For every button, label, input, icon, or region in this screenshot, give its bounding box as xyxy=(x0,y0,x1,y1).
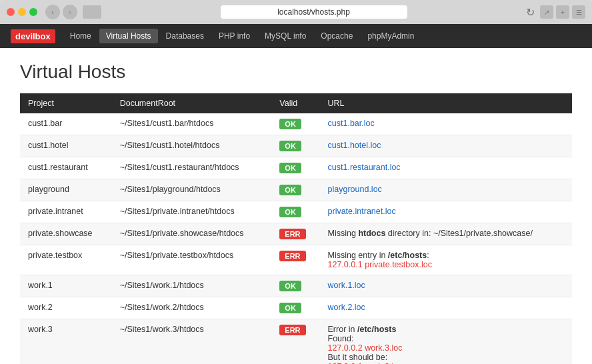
status-badge: OK xyxy=(271,275,319,297)
url-cell: Error in /etc/hosts Found: 127.0.0.2 wor… xyxy=(320,319,572,365)
table-row: cust1.hotel ~/Sites1/cust1.hotel/htdocs … xyxy=(20,135,572,157)
docroot-path: ~/Sites1/private.testbox/htdocs xyxy=(112,245,272,275)
nav-databases[interactable]: Databases xyxy=(159,29,211,43)
nav-phpmyadmin[interactable]: phpMyAdmin xyxy=(361,29,421,43)
nav-mysql-info[interactable]: MySQL info xyxy=(258,29,313,43)
project-name: private.showcase xyxy=(20,223,112,245)
docroot-path: ~/Sites1/playground/htdocs xyxy=(112,179,272,201)
project-name: cust1.bar xyxy=(20,113,112,135)
traffic-lights xyxy=(7,8,37,16)
project-name: work.3 xyxy=(20,319,112,365)
url-link[interactable]: work.2.loc xyxy=(328,303,365,312)
url-link[interactable]: cust1.bar.loc xyxy=(328,119,375,128)
page-content: Virtual Hosts Project DocumentRoot Valid… xyxy=(0,48,592,364)
col-docroot: DocumentRoot xyxy=(112,93,272,113)
url-cell: cust1.restaurant.loc xyxy=(320,157,572,179)
url-link[interactable]: playground.loc xyxy=(328,185,382,194)
new-tab-button[interactable]: + xyxy=(556,5,569,19)
url-cell: private.intranet.loc xyxy=(320,201,572,223)
table-row: private.showcase ~/Sites1/private.showca… xyxy=(20,223,572,245)
url-cell: Missing htdocs directory in: ~/Sites1/pr… xyxy=(320,223,572,245)
url-cell: work.1.loc xyxy=(320,275,572,297)
nav-php-info[interactable]: PHP info xyxy=(212,29,257,43)
docroot-path: ~/Sites1/cust1.hotel/htdocs xyxy=(112,135,272,157)
status-badge: OK xyxy=(271,113,319,135)
maximize-button[interactable] xyxy=(29,8,37,16)
project-name: work.1 xyxy=(20,275,112,297)
vhost-table: Project DocumentRoot Valid URL cust1.bar… xyxy=(20,93,572,364)
status-badge: OK xyxy=(271,157,319,179)
url-cell: Missing entry in /etc/hosts: 127.0.0.1 p… xyxy=(320,245,572,275)
docroot-path: ~/Sites1/private.showcase/htdocs xyxy=(112,223,272,245)
url-cell: cust1.bar.loc xyxy=(320,113,572,135)
status-badge: ERR xyxy=(271,245,319,275)
docroot-path: ~/Sites1/cust1.bar/htdocs xyxy=(112,113,272,135)
close-button[interactable] xyxy=(7,8,15,16)
address-bar[interactable]: localhost/vhosts.php xyxy=(221,5,407,19)
col-valid: Valid xyxy=(271,93,319,113)
col-url: URL xyxy=(320,93,572,113)
col-project: Project xyxy=(20,93,112,113)
page-title: Virtual Hosts xyxy=(20,61,572,83)
minimize-button[interactable] xyxy=(18,8,26,16)
status-badge: ERR xyxy=(271,223,319,245)
nav-links: Home Virtual Hosts Databases PHP info My… xyxy=(63,29,421,43)
table-row: work.1 ~/Sites1/work.1/htdocs OK work.1.… xyxy=(20,275,572,297)
nav-home[interactable]: Home xyxy=(63,29,98,43)
table-row: work.2 ~/Sites1/work.2/htdocs OK work.2.… xyxy=(20,297,572,319)
table-row: playground ~/Sites1/playground/htdocs OK… xyxy=(20,179,572,201)
docroot-path: ~/Sites1/work.1/htdocs xyxy=(112,275,272,297)
sidebar-button[interactable]: ☰ xyxy=(572,5,585,19)
project-name: cust1.restaurant xyxy=(20,157,112,179)
status-badge: ERR xyxy=(271,319,319,365)
status-badge: OK xyxy=(271,297,319,319)
back-button[interactable]: ‹ xyxy=(45,5,60,19)
forward-button[interactable]: › xyxy=(63,5,77,19)
docroot-path: ~/Sites1/work.2/htdocs xyxy=(112,297,272,319)
status-badge: OK xyxy=(271,201,319,223)
project-name: private.intranet xyxy=(20,201,112,223)
project-name: private.testbox xyxy=(20,245,112,275)
url-link[interactable]: cust1.hotel.loc xyxy=(328,141,381,150)
url-cell: work.2.loc xyxy=(320,297,572,319)
status-badge: OK xyxy=(271,135,319,157)
nav-opcache[interactable]: Opcache xyxy=(314,29,359,43)
table-row: work.3 ~/Sites1/work.3/htdocs ERR Error … xyxy=(20,319,572,365)
url-cell: playground.loc xyxy=(320,179,572,201)
table-row: cust1.bar ~/Sites1/cust1.bar/htdocs OK c… xyxy=(20,113,572,135)
reload-button[interactable]: ↻ xyxy=(526,6,535,19)
logo: devilbox xyxy=(11,29,55,43)
project-name: playground xyxy=(20,179,112,201)
nav-virtual-hosts[interactable]: Virtual Hosts xyxy=(99,29,158,43)
status-badge: OK xyxy=(271,179,319,201)
url-link[interactable]: work.1.loc xyxy=(328,281,365,290)
table-row: private.testbox ~/Sites1/private.testbox… xyxy=(20,245,572,275)
project-name: cust1.hotel xyxy=(20,135,112,157)
url-link[interactable]: cust1.restaurant.loc xyxy=(328,163,401,172)
docroot-path: ~/Sites1/work.3/htdocs xyxy=(112,319,272,365)
url-cell: cust1.hotel.loc xyxy=(320,135,572,157)
project-name: work.2 xyxy=(20,297,112,319)
table-row: cust1.restaurant ~/Sites1/cust1.restaura… xyxy=(20,157,572,179)
docroot-path: ~/Sites1/cust1.restaurant/htdocs xyxy=(112,157,272,179)
share-button[interactable]: ↗ xyxy=(540,5,553,19)
url-link[interactable]: private.intranet.loc xyxy=(328,207,396,216)
docroot-path: ~/Sites1/private.intranet/htdocs xyxy=(112,201,272,223)
top-navigation: devilbox Home Virtual Hosts Databases PH… xyxy=(0,24,592,48)
table-row: private.intranet ~/Sites1/private.intran… xyxy=(20,201,572,223)
tab-button[interactable] xyxy=(83,5,101,19)
